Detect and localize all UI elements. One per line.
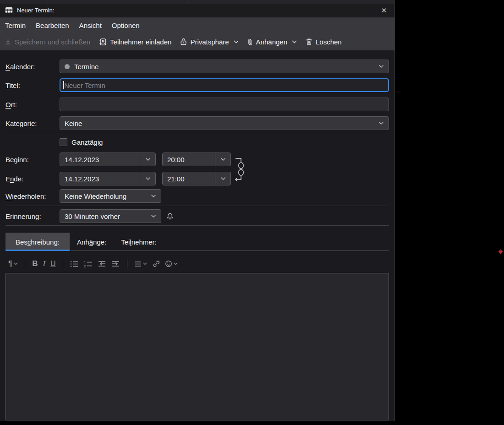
chevron-down-icon[interactable]	[140, 153, 155, 166]
title-label: Titel:	[5, 82, 60, 89]
category-row: Kategorie: Keine	[5, 116, 389, 130]
paperclip-icon	[247, 38, 253, 46]
address-book-icon	[99, 38, 107, 46]
trash-icon	[306, 38, 312, 45]
bell-icon	[167, 212, 173, 220]
repeat-label: Wiederholen:	[5, 192, 60, 200]
chevron-down-icon	[234, 40, 239, 44]
divider	[5, 206, 389, 206]
chevron-down-icon[interactable]	[215, 153, 230, 166]
background-tab-divider	[187, 0, 187, 4]
tab-teilnehmer[interactable]: Teilnehmer:	[114, 233, 164, 251]
save-close-button[interactable]: Speichern und schließen	[5, 38, 90, 46]
close-icon[interactable]: ✕	[379, 5, 389, 16]
chevron-down-icon	[378, 121, 384, 125]
category-label: Kategorie:	[5, 120, 60, 127]
chevron-down-icon	[151, 194, 156, 198]
tab-baseline	[71, 251, 389, 251]
toolbar-separator	[25, 259, 25, 268]
chevron-down-icon	[292, 40, 297, 44]
description-editor[interactable]	[5, 273, 389, 420]
menu-bearbeiten[interactable]: Bearbeiten	[31, 17, 74, 33]
link-start-end-icon[interactable]	[234, 153, 246, 185]
title-row: Titel:	[5, 78, 389, 92]
menu-ansicht[interactable]: Ansicht	[74, 17, 107, 33]
start-row: Beginn: 14.12.2023 20:00	[5, 153, 389, 166]
calendar-color-dot	[65, 64, 70, 69]
location-label: Ort:	[5, 101, 60, 109]
background-tab-divider	[48, 0, 48, 4]
menu-termin[interactable]: Termin	[0, 17, 31, 33]
underline-button[interactable]: U	[50, 260, 56, 268]
divider	[5, 133, 389, 133]
background-window-strip	[0, 0, 395, 4]
numbered-list-icon[interactable]: 1 2	[84, 261, 93, 267]
calendar-select[interactable]: Termine	[60, 60, 389, 73]
paragraph-format-button[interactable]: ¶	[8, 259, 18, 268]
detail-tabs: Beschreibung: Anhänge: Teilnehmer:	[5, 233, 389, 251]
end-time-picker[interactable]: 21:00	[162, 172, 231, 185]
chevron-down-icon	[151, 214, 156, 218]
divider	[5, 225, 389, 226]
title-input[interactable]	[60, 78, 389, 92]
outdent-icon[interactable]	[98, 261, 106, 267]
category-select[interactable]: Keine	[60, 116, 389, 130]
allday-checkbox[interactable]	[60, 138, 67, 146]
svg-text:2: 2	[84, 264, 86, 267]
chevron-down-icon	[378, 65, 384, 68]
calendar-row: Kalender: Termine	[5, 60, 389, 73]
chevron-down-icon[interactable]	[215, 172, 230, 185]
datetime-block: Beginn: 14.12.2023 20:00 Ende: 14	[5, 153, 389, 185]
event-form: Kalender: Termine Titel: Ort: Kategorie:	[0, 60, 394, 420]
tab-anhaenge[interactable]: Anhänge:	[70, 233, 114, 251]
lock-icon	[180, 38, 187, 45]
reminder-select[interactable]: 30 Minuten vorher	[60, 209, 161, 223]
tab-beschreibung[interactable]: Beschreibung:	[5, 233, 70, 251]
menu-optionen[interactable]: Optionen	[107, 17, 145, 33]
indent-icon[interactable]	[111, 261, 120, 267]
toolbar-separator	[127, 259, 127, 268]
insert-smiley-button[interactable]	[165, 260, 178, 267]
toolbar-separator	[63, 259, 63, 268]
start-date-picker[interactable]: 14.12.2023	[60, 153, 156, 166]
align-button[interactable]	[134, 261, 147, 267]
window-title: Neuer Termin:	[17, 7, 54, 14]
end-label: Ende:	[5, 175, 60, 183]
bullet-list-icon[interactable]	[70, 261, 79, 267]
start-time-picker[interactable]: 20:00	[162, 153, 231, 166]
delete-button[interactable]: Löschen	[306, 38, 342, 46]
invite-attendees-button[interactable]: Teilnehmer einladen	[99, 38, 171, 46]
save-icon	[5, 38, 11, 45]
text-caret	[63, 81, 64, 89]
reminder-label: Erinnerung:	[5, 212, 60, 220]
menu-bar: Termin Bearbeiten Ansicht Optionen	[0, 17, 394, 33]
location-input[interactable]	[60, 98, 389, 111]
reminder-row: Erinnerung: 30 Minuten vorher	[5, 209, 389, 223]
location-row: Ort:	[5, 98, 389, 111]
attach-button[interactable]: Anhängen	[247, 38, 297, 46]
formatting-toolbar: ¶ B I U 1 2	[5, 256, 389, 272]
repeat-row: Wiederholen: Keine Wiederholung	[5, 189, 389, 203]
chevron-down-icon[interactable]	[140, 172, 155, 185]
calendar-label: Kalender:	[5, 63, 60, 71]
allday-label[interactable]: Ganztägig	[71, 138, 103, 146]
end-row: Ende: 14.12.2023 21:00	[5, 172, 389, 185]
background-tab-divider	[327, 0, 327, 4]
bold-button[interactable]: B	[32, 259, 38, 268]
title-bar: Neuer Termin: ✕	[0, 4, 394, 17]
red-marker-dot	[499, 250, 503, 254]
allday-row: Ganztägig	[5, 137, 389, 147]
insert-link-icon[interactable]	[152, 261, 160, 267]
calendar-icon	[5, 7, 13, 14]
new-event-dialog: Neuer Termin: ✕ Termin Bearbeiten Ansich…	[0, 4, 395, 421]
start-label: Beginn:	[5, 156, 60, 163]
event-toolbar: Speichern und schließen Teilnehmer einla…	[0, 33, 394, 50]
repeat-select[interactable]: Keine Wiederholung	[60, 189, 161, 203]
privacy-button[interactable]: Privatsphäre	[180, 38, 238, 46]
italic-button[interactable]: I	[43, 259, 45, 268]
end-date-picker[interactable]: 14.12.2023	[60, 172, 156, 185]
